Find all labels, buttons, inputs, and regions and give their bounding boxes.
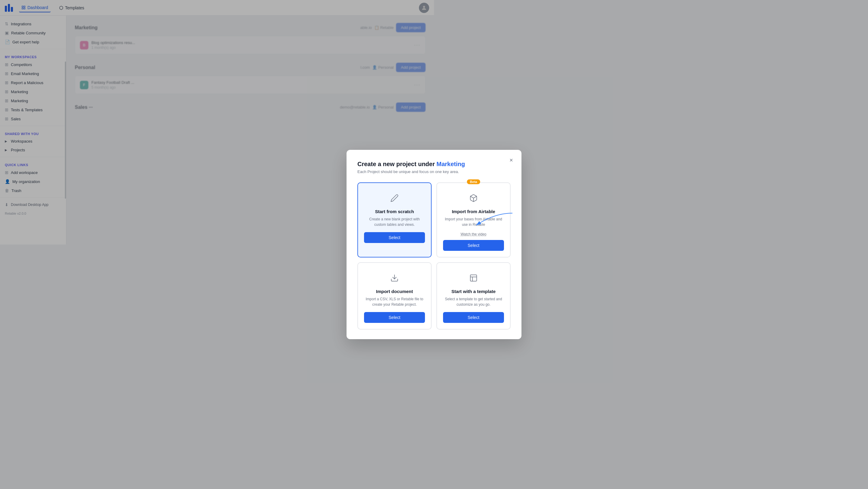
options-grid: Start from scratch Create a new blank pr…	[358, 183, 434, 244]
scratch-icon	[388, 191, 401, 205]
modal-subtitle: Each Project should be unique and focus …	[358, 169, 434, 174]
modal-title: Create a new project under Marketing	[358, 161, 434, 168]
scratch-desc: Create a new blank project with custom t…	[364, 217, 425, 227]
scratch-title: Start from scratch	[375, 209, 414, 214]
create-project-modal: × Create a new project under Marketing E…	[346, 150, 434, 244]
option-scratch[interactable]: Start from scratch Create a new blank pr…	[358, 183, 432, 244]
scratch-select-button[interactable]: Select	[364, 232, 425, 243]
modal-overlay[interactable]: × Create a new project under Marketing E…	[0, 0, 434, 244]
